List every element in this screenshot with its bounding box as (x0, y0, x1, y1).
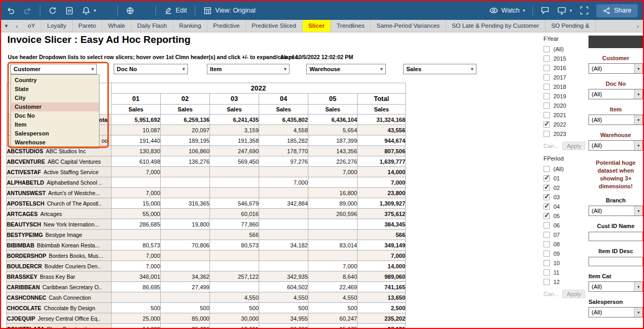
fyear-option-2017[interactable]: 2017 (543, 73, 585, 82)
value-cell[interactable]: 106,860 (161, 146, 210, 156)
value-cell[interactable]: 500 (161, 303, 210, 313)
value-cell[interactable]: 130,830 (112, 146, 161, 156)
item-id-desc-input[interactable] (589, 257, 643, 266)
tab-scroll-left-button[interactable]: ‹ (12, 20, 22, 32)
value-cell[interactable]: 257,122 (210, 271, 259, 282)
value-cell[interactable]: 14,000 (358, 261, 406, 271)
value-cell[interactable]: 55,000 (112, 209, 161, 219)
fperiod-option-04[interactable]: ✓04 (543, 202, 585, 211)
value-cell[interactable] (161, 177, 210, 188)
value-cell[interactable] (210, 261, 259, 271)
value-cell[interactable]: 30,000 (210, 313, 259, 324)
tab-slicer[interactable]: Slicer (303, 20, 331, 32)
value-cell[interactable]: 43,556 (358, 125, 406, 135)
value-cell[interactable] (259, 261, 308, 271)
month-header-05[interactable]: 05 (308, 94, 358, 105)
value-cell[interactable]: 342,935 (259, 271, 308, 282)
salesperson-filter-select[interactable]: (All)▾ (589, 307, 643, 317)
value-cell[interactable]: 5,951,692 (112, 115, 161, 125)
value-cell[interactable] (259, 167, 308, 177)
value-cell[interactable]: 944,674 (358, 135, 406, 146)
value-cell[interactable]: 77,860 (210, 219, 259, 230)
value-cell[interactable]: 60,016 (210, 209, 259, 219)
fyear-cancel-button[interactable]: Can... (543, 143, 559, 149)
value-cell[interactable]: 8,640 (308, 271, 358, 282)
fullscreen-button[interactable] (580, 6, 589, 15)
fperiod-option-10[interactable]: 10 (543, 258, 585, 268)
value-cell[interactable]: 12,001 (210, 324, 259, 328)
fyear-apply-button[interactable]: Apply (562, 142, 585, 150)
value-cell[interactable]: 97,276 (259, 156, 308, 167)
view-original-button[interactable]: View: Original (203, 6, 256, 15)
value-cell[interactable]: 97,131 (358, 324, 406, 328)
value-cell[interactable]: 34,362 (161, 271, 210, 282)
value-cell[interactable] (308, 230, 358, 240)
value-cell[interactable]: 1,639,777 (358, 156, 406, 167)
value-cell[interactable] (210, 177, 259, 188)
row-label[interactable]: BIBIMBABBibimbab Korean Resta... (7, 240, 112, 251)
month-header-03[interactable]: 03 (210, 94, 259, 105)
fperiod-option-05[interactable]: ✓05 (543, 211, 585, 221)
value-cell[interactable] (161, 292, 210, 303)
row-label[interactable]: BORDERSHOPBorders Books, Mus... (7, 251, 112, 261)
value-cell[interactable]: 807,506 (358, 146, 406, 156)
dropdown-item-state[interactable]: State (11, 85, 99, 94)
value-cell[interactable]: 6,436,104 (308, 115, 358, 125)
value-cell[interactable]: 31,324,168 (358, 115, 406, 125)
cust-id-name-input[interactable] (589, 232, 643, 241)
row-label[interactable]: BEAUTYSCHNew York Internation... (7, 219, 112, 230)
month-header-04[interactable]: 04 (259, 94, 308, 105)
dropdown-item-warehouse[interactable]: Warehouse (11, 138, 99, 147)
value-cell[interactable] (308, 251, 358, 261)
alerts-dropdown-button[interactable]: ▾ (82, 6, 96, 15)
share-button[interactable]: Share (596, 4, 638, 17)
tab-so-late-pending-by-customer[interactable]: SO Late & Pending by Customer (446, 20, 546, 32)
row-label[interactable]: ARTCAGESArtcages (7, 209, 112, 219)
fperiod-option-08[interactable]: 08 (543, 240, 585, 249)
slicer-select-doc-no[interactable]: Doc No▾ (114, 64, 188, 74)
value-cell[interactable]: 136,276 (161, 156, 210, 167)
row-label[interactable]: BRASSKEYBrass Key Bar (7, 271, 112, 282)
value-cell[interactable]: 13,650 (358, 292, 406, 303)
value-cell[interactable]: 80,573 (112, 240, 161, 251)
value-cell[interactable]: 7,000 (358, 251, 406, 261)
value-cell[interactable]: 7,000 (308, 261, 358, 271)
value-cell[interactable] (210, 251, 259, 261)
value-cell[interactable] (210, 167, 259, 177)
device-preview-dropdown-button[interactable]: ▾ (557, 6, 572, 15)
watch-dropdown-button[interactable]: Watch ▾ (489, 6, 526, 15)
row-label[interactable]: BOULDERCRBoulder Couriers Den.. (7, 261, 112, 271)
value-cell[interactable] (259, 209, 308, 219)
slicer-select-warehouse[interactable]: Warehouse▾ (306, 64, 386, 74)
value-cell[interactable]: 25,726 (161, 324, 210, 328)
value-cell[interactable]: 7,000 (112, 261, 161, 271)
value-cell[interactable]: 23,800 (358, 188, 406, 198)
slicer-select-customer[interactable]: Customer▾ (10, 64, 97, 74)
value-cell[interactable]: 346,001 (112, 271, 161, 282)
value-cell[interactable] (161, 261, 210, 271)
fyear-option-2023[interactable]: 2023 (543, 129, 585, 139)
value-cell[interactable]: 3,159 (210, 125, 259, 135)
value-cell[interactable]: 7,000 (358, 177, 406, 188)
row-label[interactable]: CASHCONNECCash Connection (7, 292, 112, 303)
value-cell[interactable] (210, 188, 259, 198)
value-cell[interactable]: 34,955 (259, 313, 308, 324)
value-cell[interactable] (161, 230, 210, 240)
value-cell[interactable]: 34,182 (259, 240, 308, 251)
value-cell[interactable] (161, 251, 210, 261)
value-cell[interactable]: 7,000 (112, 167, 161, 177)
undo-button[interactable] (6, 6, 15, 15)
value-cell[interactable]: 86,695 (112, 282, 161, 292)
fyear-option-2018[interactable]: 2018 (543, 82, 585, 92)
row-label[interactable]: ALPHABETLDAlphabetland School .. (7, 177, 112, 188)
month-header-02[interactable]: 02 (161, 94, 210, 105)
value-cell[interactable]: 143,356 (308, 146, 358, 156)
row-label[interactable]: CONSTPLAZAPlaza Construction (7, 324, 112, 328)
row-label[interactable]: APOSTELSCHChurch of The Apostl.. (7, 198, 112, 209)
redo-button[interactable] (23, 6, 32, 15)
dropdown-item-item[interactable]: Item (11, 120, 99, 129)
value-cell[interactable]: 2,500 (358, 303, 406, 313)
value-cell[interactable]: 989,060 (358, 271, 406, 282)
value-cell[interactable]: 15,170 (308, 324, 358, 328)
fyear-option-all[interactable]: (All) (543, 44, 585, 54)
